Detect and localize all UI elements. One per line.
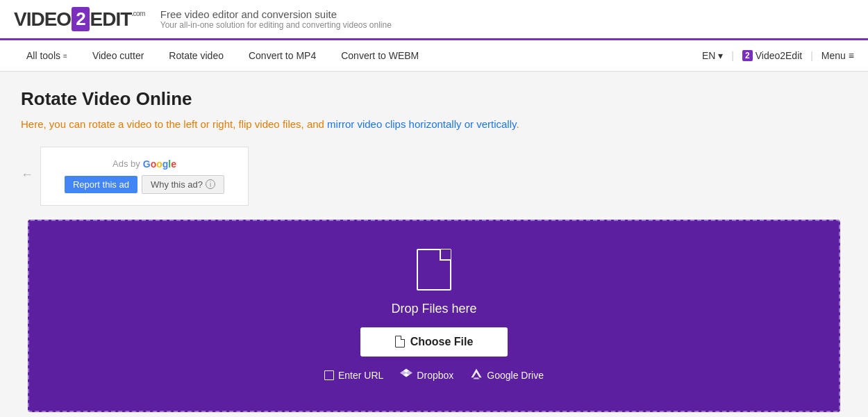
gdrive-icon xyxy=(470,368,483,383)
description-text: Here, you can rotate a video to the left… xyxy=(21,118,327,130)
enter-url-label: Enter URL xyxy=(338,370,383,381)
nav-all-tools[interactable]: All tools ≡ xyxy=(14,42,80,70)
upload-options: Enter URL Dropbox xyxy=(324,368,544,383)
lang-label: EN xyxy=(702,50,715,61)
gdrive-option[interactable]: Google Drive xyxy=(470,368,544,383)
why-label: Why this ad? xyxy=(151,179,203,190)
choose-file-button[interactable]: Choose File xyxy=(360,327,508,357)
nav-divider-2: | xyxy=(810,50,813,61)
ad-box: Ads by Google Report this ad Why this ad… xyxy=(40,147,249,206)
nav-convert-webm[interactable]: Convert to WEBM xyxy=(328,42,431,70)
lang-chevron: ▾ xyxy=(718,50,723,61)
logo-com: .com xyxy=(131,10,144,17)
logo-area: VIDEO 2 EDIT .com Free video editor and … xyxy=(14,7,392,31)
mirror-link[interactable]: mirror video clips horizontally or verti… xyxy=(327,118,516,130)
nav-convert-mp4[interactable]: Convert to MP4 xyxy=(236,42,328,70)
ads-by-label: Ads by xyxy=(112,158,140,169)
ads-by-google: Ads by Google xyxy=(112,158,176,170)
all-tools-chevron: ≡ xyxy=(63,52,67,60)
dropbox-option[interactable]: Dropbox xyxy=(400,368,453,383)
logo-edit: EDIT xyxy=(90,8,132,31)
logo[interactable]: VIDEO 2 EDIT .com xyxy=(14,7,145,31)
page-title: Rotate Video Online xyxy=(21,88,847,110)
url-icon xyxy=(324,370,334,380)
menu-chevron: ≡ xyxy=(849,50,854,61)
menu-label: Menu xyxy=(821,50,846,61)
dropbox-icon xyxy=(400,368,412,383)
why-this-ad-button[interactable]: Why this ad? i xyxy=(142,175,224,194)
tagline-sub: Your all-in-one solution for editing and… xyxy=(160,20,392,30)
nav-divider-1: | xyxy=(731,50,734,61)
file-small-icon xyxy=(395,336,405,348)
description-period: . xyxy=(516,118,519,130)
enter-url-option[interactable]: Enter URL xyxy=(324,370,383,381)
nav-right: EN ▾ | 2 Video2Edit | Menu ≡ xyxy=(702,50,854,61)
ad-section: ← Ads by Google Report this ad Why this … xyxy=(21,147,847,206)
all-tools-label: All tools xyxy=(26,50,60,61)
navbar: All tools ≡ Video cutter Rotate video Co… xyxy=(0,40,868,72)
rotate-video-label: Rotate video xyxy=(169,50,224,61)
upload-area[interactable]: Drop Files here Choose File Enter URL Dr… xyxy=(28,220,840,412)
google-label: Google xyxy=(143,158,176,170)
site-header: VIDEO 2 EDIT .com Free video editor and … xyxy=(0,0,868,40)
nav-video-cutter[interactable]: Video cutter xyxy=(80,42,156,70)
menu-button[interactable]: Menu ≡ xyxy=(821,50,854,61)
video-cutter-label: Video cutter xyxy=(92,50,144,61)
page-description: Here, you can rotate a video to the left… xyxy=(21,117,847,133)
convert-webm-label: Convert to WEBM xyxy=(341,50,419,61)
logo-2: 2 xyxy=(72,7,89,31)
logo-video: VIDEO xyxy=(14,8,71,31)
file-drop-icon xyxy=(417,249,451,291)
nav-left: All tools ≡ Video cutter Rotate video Co… xyxy=(14,42,702,70)
drop-files-text: Drop Files here xyxy=(391,302,476,316)
report-ad-button[interactable]: Report this ad xyxy=(65,176,137,193)
nav-brand-logo[interactable]: 2 Video2Edit xyxy=(742,50,802,61)
info-icon: i xyxy=(206,179,215,189)
dropbox-label: Dropbox xyxy=(417,370,453,381)
logo-description: Free video editor and conversion suite Y… xyxy=(160,8,392,30)
convert-mp4-label: Convert to MP4 xyxy=(249,50,316,61)
tagline-main: Free video editor and conversion suite xyxy=(160,8,392,20)
ad-arrow-back[interactable]: ← xyxy=(21,167,33,182)
page-content: Rotate Video Online Here, you can rotate… xyxy=(0,72,868,417)
nav-logo-icon: 2 xyxy=(742,50,753,61)
nav-brand-label: Video2Edit xyxy=(756,50,802,61)
ad-buttons: Report this ad Why this ad? i xyxy=(65,175,224,194)
choose-file-label: Choose File xyxy=(410,336,474,348)
gdrive-label: Google Drive xyxy=(487,370,544,381)
nav-rotate-video[interactable]: Rotate video xyxy=(156,42,236,70)
language-selector[interactable]: EN ▾ xyxy=(702,50,723,61)
